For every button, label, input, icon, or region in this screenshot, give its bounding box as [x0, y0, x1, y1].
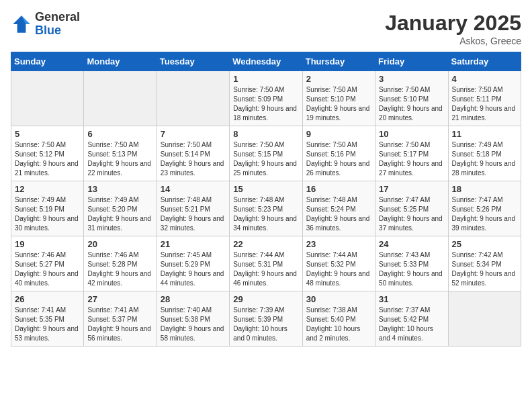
calendar: SundayMondayTuesdayWednesdayThursdayFrid… [11, 52, 521, 347]
day-info: Sunrise: 7:46 AM Sunset: 5:28 PM Dayligh… [87, 250, 152, 288]
calendar-week-row: 26 Sunrise: 7:41 AM Sunset: 5:35 PM Dayl… [11, 291, 521, 347]
daylight-text: Daylight: 9 hours and 22 minutes. [87, 160, 151, 177]
daylight-text: Daylight: 9 hours and 34 minutes. [233, 215, 297, 232]
day-info: Sunrise: 7:46 AM Sunset: 5:27 PM Dayligh… [15, 250, 80, 288]
sunset-text: Sunset: 5:16 PM [306, 150, 356, 158]
day-info: Sunrise: 7:41 AM Sunset: 5:35 PM Dayligh… [15, 306, 80, 343]
daylight-text: Daylight: 9 hours and 53 minutes. [15, 325, 79, 342]
day-number: 2 [306, 74, 371, 84]
day-number: 23 [306, 239, 371, 249]
daylight-text: Daylight: 9 hours and 58 minutes. [161, 325, 224, 342]
sunset-text: Sunset: 5:20 PM [87, 205, 137, 213]
sunset-text: Sunset: 5:38 PM [161, 316, 210, 323]
daylight-text: Daylight: 9 hours and 56 minutes. [87, 325, 151, 342]
sunset-text: Sunset: 5:10 PM [379, 95, 429, 103]
day-number: 3 [379, 74, 444, 84]
calendar-cell: 23 Sunrise: 7:44 AM Sunset: 5:32 PM Dayl… [302, 236, 375, 291]
sunrise-text: Sunrise: 7:50 AM [379, 86, 430, 93]
sunset-text: Sunset: 5:23 PM [233, 205, 283, 213]
calendar-cell: 18 Sunrise: 7:47 AM Sunset: 5:26 PM Dayl… [448, 181, 521, 236]
day-info: Sunrise: 7:40 AM Sunset: 5:38 PM Dayligh… [161, 306, 226, 343]
sunrise-text: Sunrise: 7:41 AM [87, 306, 138, 314]
calendar-cell: 19 Sunrise: 7:46 AM Sunset: 5:27 PM Dayl… [11, 236, 84, 291]
calendar-cell: 20 Sunrise: 7:46 AM Sunset: 5:28 PM Dayl… [84, 236, 157, 291]
calendar-cell: 14 Sunrise: 7:48 AM Sunset: 5:21 PM Dayl… [157, 181, 229, 236]
sunrise-text: Sunrise: 7:37 AM [379, 306, 430, 314]
sunrise-text: Sunrise: 7:46 AM [15, 251, 66, 259]
sunrise-text: Sunrise: 7:49 AM [452, 141, 503, 148]
daylight-text: Daylight: 9 hours and 31 minutes. [87, 215, 151, 232]
sunset-text: Sunset: 5:14 PM [161, 150, 210, 158]
daylight-text: Daylight: 9 hours and 50 minutes. [379, 270, 443, 287]
sunrise-text: Sunrise: 7:48 AM [306, 196, 357, 203]
day-info: Sunrise: 7:49 AM Sunset: 5:20 PM Dayligh… [87, 195, 152, 233]
sunrise-text: Sunrise: 7:50 AM [15, 141, 66, 148]
sunset-text: Sunset: 5:12 PM [15, 150, 64, 158]
sunrise-text: Sunrise: 7:44 AM [233, 251, 284, 259]
calendar-cell: 26 Sunrise: 7:41 AM Sunset: 5:35 PM Dayl… [11, 291, 84, 347]
calendar-cell: 21 Sunrise: 7:45 AM Sunset: 5:29 PM Dayl… [157, 236, 229, 291]
calendar-cell: 4 Sunrise: 7:50 AM Sunset: 5:11 PM Dayli… [448, 71, 521, 126]
day-info: Sunrise: 7:49 AM Sunset: 5:18 PM Dayligh… [452, 140, 517, 178]
day-info: Sunrise: 7:47 AM Sunset: 5:25 PM Dayligh… [379, 195, 444, 233]
day-info: Sunrise: 7:41 AM Sunset: 5:37 PM Dayligh… [87, 306, 152, 343]
weekday-header: Friday [375, 52, 448, 71]
day-info: Sunrise: 7:48 AM Sunset: 5:24 PM Dayligh… [306, 195, 371, 233]
day-number: 6 [87, 129, 152, 139]
logo-general-text: General [35, 10, 80, 24]
sunset-text: Sunset: 5:35 PM [15, 316, 64, 323]
sunrise-text: Sunrise: 7:46 AM [87, 251, 138, 259]
calendar-cell [157, 71, 229, 126]
day-number: 30 [306, 294, 371, 304]
sunrise-text: Sunrise: 7:50 AM [306, 141, 357, 148]
day-number: 28 [161, 294, 226, 304]
calendar-cell: 30 Sunrise: 7:38 AM Sunset: 5:40 PM Dayl… [302, 291, 375, 347]
day-info: Sunrise: 7:50 AM Sunset: 5:16 PM Dayligh… [306, 140, 371, 178]
day-info: Sunrise: 7:37 AM Sunset: 5:42 PM Dayligh… [379, 306, 444, 343]
day-number: 27 [87, 294, 152, 304]
day-number: 24 [379, 239, 444, 249]
day-number: 16 [306, 184, 371, 194]
day-number: 18 [452, 184, 517, 194]
sunrise-text: Sunrise: 7:43 AM [379, 251, 430, 259]
daylight-text: Daylight: 10 hours and 2 minutes. [306, 325, 361, 342]
calendar-cell: 15 Sunrise: 7:48 AM Sunset: 5:23 PM Dayl… [230, 181, 302, 236]
calendar-cell: 31 Sunrise: 7:37 AM Sunset: 5:42 PM Dayl… [375, 291, 448, 347]
sunset-text: Sunset: 5:26 PM [452, 205, 502, 213]
calendar-cell: 27 Sunrise: 7:41 AM Sunset: 5:37 PM Dayl… [84, 291, 157, 347]
sunrise-text: Sunrise: 7:41 AM [15, 306, 66, 314]
sunset-text: Sunset: 5:32 PM [306, 261, 356, 268]
day-info: Sunrise: 7:50 AM Sunset: 5:11 PM Dayligh… [452, 85, 517, 123]
daylight-text: Daylight: 9 hours and 27 minutes. [379, 160, 443, 177]
daylight-text: Daylight: 9 hours and 37 minutes. [379, 215, 443, 232]
daylight-text: Daylight: 9 hours and 21 minutes. [15, 160, 79, 177]
calendar-week-row: 19 Sunrise: 7:46 AM Sunset: 5:27 PM Dayl… [11, 236, 521, 291]
day-info: Sunrise: 7:50 AM Sunset: 5:10 PM Dayligh… [306, 85, 371, 123]
logo: General Blue [11, 11, 80, 38]
day-number: 20 [87, 239, 152, 249]
day-number: 11 [452, 129, 517, 139]
daylight-text: Daylight: 9 hours and 40 minutes. [15, 270, 79, 287]
calendar-cell: 7 Sunrise: 7:50 AM Sunset: 5:14 PM Dayli… [157, 126, 229, 181]
calendar-cell: 11 Sunrise: 7:49 AM Sunset: 5:18 PM Dayl… [448, 126, 521, 181]
title-block: January 2025 Askos, Greece [385, 11, 521, 46]
day-info: Sunrise: 7:44 AM Sunset: 5:32 PM Dayligh… [306, 250, 371, 288]
sunrise-text: Sunrise: 7:50 AM [87, 141, 138, 148]
calendar-cell: 8 Sunrise: 7:50 AM Sunset: 5:15 PM Dayli… [230, 126, 302, 181]
sunset-text: Sunset: 5:24 PM [306, 205, 356, 213]
calendar-cell: 28 Sunrise: 7:40 AM Sunset: 5:38 PM Dayl… [157, 291, 229, 347]
calendar-cell [84, 71, 157, 126]
daylight-text: Daylight: 9 hours and 21 minutes. [452, 105, 516, 122]
calendar-week-row: 1 Sunrise: 7:50 AM Sunset: 5:09 PM Dayli… [11, 71, 521, 126]
day-info: Sunrise: 7:50 AM Sunset: 5:15 PM Dayligh… [233, 140, 298, 178]
sunset-text: Sunset: 5:18 PM [452, 150, 502, 158]
calendar-week-row: 12 Sunrise: 7:49 AM Sunset: 5:19 PM Dayl… [11, 181, 521, 236]
daylight-text: Daylight: 9 hours and 19 minutes. [306, 105, 370, 122]
sunrise-text: Sunrise: 7:48 AM [161, 196, 212, 203]
daylight-text: Daylight: 9 hours and 44 minutes. [161, 270, 224, 287]
day-info: Sunrise: 7:48 AM Sunset: 5:21 PM Dayligh… [161, 195, 226, 233]
sunrise-text: Sunrise: 7:44 AM [306, 251, 357, 259]
day-info: Sunrise: 7:42 AM Sunset: 5:34 PM Dayligh… [452, 250, 517, 288]
sunrise-text: Sunrise: 7:38 AM [306, 306, 357, 314]
daylight-text: Daylight: 9 hours and 26 minutes. [306, 160, 370, 177]
